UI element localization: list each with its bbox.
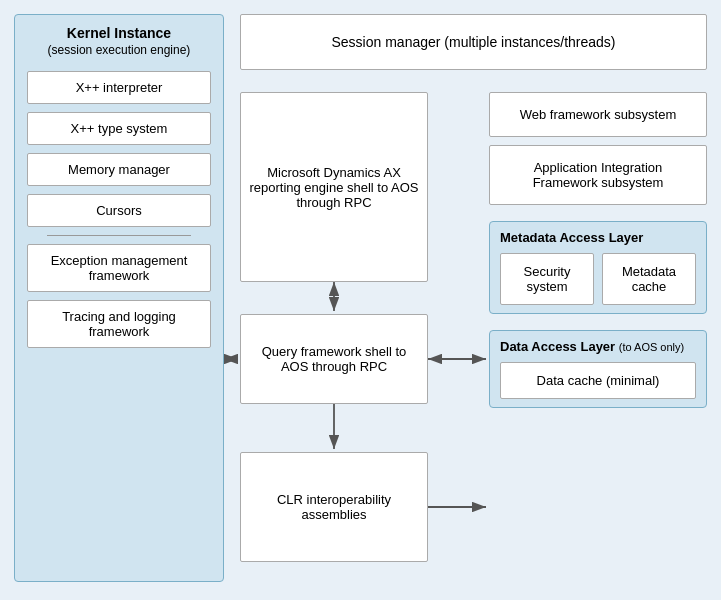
right-column: Web framework subsystem Application Inte… bbox=[489, 92, 707, 408]
kernel-box-memory-manager: Memory manager bbox=[27, 153, 211, 186]
data-layer-subtitle: (to AOS only) bbox=[619, 341, 684, 353]
clr-label: CLR interoperability assemblies bbox=[249, 492, 419, 522]
kernel-box-xpp-type-system: X++ type system bbox=[27, 112, 211, 145]
clr-box: CLR interoperability assemblies bbox=[240, 452, 428, 562]
web-framework-label: Web framework subsystem bbox=[520, 107, 677, 122]
kernel-box-exception-mgmt: Exception management framework bbox=[27, 244, 211, 292]
kernel-panel: Kernel Instance (session execution engin… bbox=[14, 14, 224, 582]
metadata-layer-title: Metadata Access Layer bbox=[500, 230, 696, 245]
kernel-box-xpp-interpreter: X++ interpreter bbox=[27, 71, 211, 104]
kernel-box-cursors: Cursors bbox=[27, 194, 211, 227]
dynamics-box: Microsoft Dynamics AX reporting engine s… bbox=[240, 92, 428, 282]
query-label: Query framework shell to AOS through RPC bbox=[249, 344, 419, 374]
data-cache-label: Data cache (minimal) bbox=[537, 373, 660, 388]
kernel-title: Kernel Instance bbox=[27, 25, 211, 41]
data-layer: Data Access Layer (to AOS only) Data cac… bbox=[489, 330, 707, 408]
aif-box: Application Integration Framework subsys… bbox=[489, 145, 707, 205]
main-area: Session manager (multiple instances/thre… bbox=[240, 14, 707, 582]
metadata-layer: Metadata Access Layer Security system Me… bbox=[489, 221, 707, 314]
session-manager-label: Session manager (multiple instances/thre… bbox=[331, 34, 615, 50]
kernel-divider bbox=[47, 235, 191, 236]
security-system-box: Security system bbox=[500, 253, 594, 305]
data-cache-box: Data cache (minimal) bbox=[500, 362, 696, 399]
session-manager-box: Session manager (multiple instances/thre… bbox=[240, 14, 707, 70]
query-box: Query framework shell to AOS through RPC bbox=[240, 314, 428, 404]
web-framework-box: Web framework subsystem bbox=[489, 92, 707, 137]
data-layer-title: Data Access Layer (to AOS only) bbox=[500, 339, 696, 354]
diagram: Kernel Instance (session execution engin… bbox=[0, 0, 721, 600]
security-system-label: Security system bbox=[524, 264, 571, 294]
aif-label: Application Integration Framework subsys… bbox=[533, 160, 664, 190]
kernel-box-tracing-logging: Tracing and logging framework bbox=[27, 300, 211, 348]
metadata-cache-box: Metadata cache bbox=[602, 253, 696, 305]
dynamics-label: Microsoft Dynamics AX reporting engine s… bbox=[249, 165, 419, 210]
kernel-subtitle: (session execution engine) bbox=[27, 43, 211, 57]
metadata-layer-row: Security system Metadata cache bbox=[500, 253, 696, 305]
metadata-cache-label: Metadata cache bbox=[622, 264, 676, 294]
